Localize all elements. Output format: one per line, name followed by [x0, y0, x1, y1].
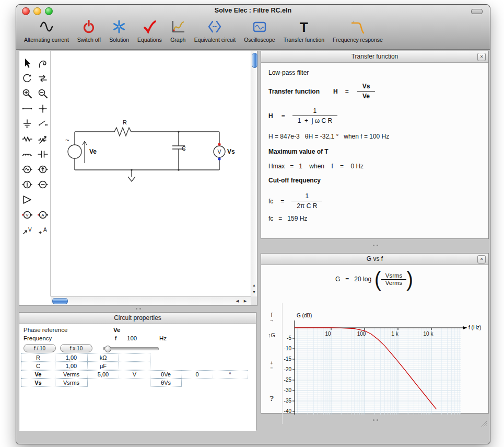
h-value-text: H = 847e-3 θH = -32,1 ° when f = 100 Hz [268, 133, 481, 140]
vertical-scroll-thumb[interactable] [252, 53, 257, 68]
frequency-value[interactable]: 100 [127, 335, 137, 341]
node-tool[interactable] [35, 101, 51, 116]
table-cell[interactable]: 0 [181, 370, 213, 379]
g-vs-f-header[interactable]: G vs f ✕ [261, 254, 488, 265]
table-cell[interactable] [119, 353, 150, 362]
voltage-label-tool[interactable]: V [19, 222, 35, 237]
table-cell[interactable]: C [21, 362, 55, 370]
voltage-source-tool[interactable] [19, 177, 35, 192]
vertical-scrollbar[interactable]: ▲ ▼ [251, 51, 257, 296]
toolbar-item-frequency-response[interactable]: Frequency response [330, 17, 385, 43]
input-voltage-label[interactable]: Ve [89, 148, 97, 155]
resistor-label[interactable]: R [123, 119, 127, 125]
window-resize-grip[interactable] [480, 420, 487, 429]
table-cell[interactable]: kΩ [87, 353, 119, 362]
phase-reference-value[interactable]: Ve [113, 327, 120, 333]
switch-tool[interactable] [35, 116, 51, 131]
toolbar-item-equivalent-circuit[interactable]: Equivalent circuit [192, 17, 238, 43]
zoom-out-tool[interactable] [35, 86, 51, 101]
table-cell[interactable]: ° [213, 370, 248, 379]
table-cell[interactable]: θVe [150, 370, 182, 379]
frequency-label: Frequency [24, 335, 52, 341]
fit-vertical-button[interactable]: ↑G [261, 333, 282, 338]
pointer-tool[interactable] [19, 55, 35, 71]
graph-options-button[interactable]: + = [261, 360, 282, 370]
toolbar-item-graph[interactable]: Graph [168, 17, 189, 43]
frequency-slider-thumb[interactable] [104, 346, 111, 352]
toolbar-item-oscilloscope[interactable]: Oscilloscope [241, 17, 278, 43]
fit-horizontal-button[interactable]: f → [261, 312, 282, 322]
frequency-mul10-button[interactable]: f x 10 [60, 344, 92, 352]
capacitor-tool[interactable] [35, 146, 51, 162]
frequency-symbol: f [115, 335, 116, 341]
toolbar-item-transfer-function[interactable]: T Transfer function [281, 17, 327, 43]
table-cell[interactable]: Vs [21, 379, 55, 387]
fraction-denominator: Ve [357, 91, 375, 100]
table-cell[interactable]: R [21, 353, 55, 362]
table-cell[interactable]: 1,00 [55, 353, 88, 362]
power-icon [81, 17, 97, 36]
toolbar-item-switch-off[interactable]: Switch off [75, 17, 103, 43]
wire-tool[interactable] [19, 101, 35, 116]
rotate-tool[interactable] [19, 71, 35, 86]
voltmeter-negative-terminal[interactable] [218, 157, 220, 160]
splitter-handle[interactable] [373, 245, 378, 246]
panel-title: G vs f [367, 255, 383, 262]
probe-tool[interactable] [35, 55, 51, 71]
frequency-div10-button[interactable]: f / 10 [24, 344, 56, 352]
scroll-down-arrow[interactable]: ▼ [251, 289, 257, 295]
svg-text:100: 100 [357, 331, 366, 337]
table-cell[interactable]: Verms [55, 370, 88, 379]
toolbar-item-alternating-current[interactable]: Alternating current [21, 17, 72, 43]
output-voltage-label[interactable]: Vs [227, 148, 235, 155]
horizontal-scrollbar[interactable]: ◀ ▶ [51, 296, 251, 305]
table-cell[interactable]: V [119, 370, 150, 379]
help-button[interactable]: ? [261, 396, 282, 402]
table-cell[interactable]: 1,00 [55, 362, 88, 370]
circuit-canvas[interactable]: ~ R C Ve Vs V [51, 51, 251, 296]
table-cell[interactable]: 5,00 [87, 370, 119, 379]
amplifier-tool[interactable] [19, 192, 35, 207]
ac-source-tool[interactable] [19, 162, 35, 177]
toolbar-label: Transfer function [284, 37, 324, 43]
close-panel-button[interactable]: ✕ [477, 255, 486, 263]
junction-dot [178, 131, 180, 133]
capacitor-label[interactable]: C [182, 145, 186, 152]
inductor-tool[interactable] [19, 146, 35, 162]
splitter-handle[interactable] [373, 419, 378, 421]
voltmeter-positive-terminal[interactable] [218, 143, 220, 145]
current-source-tool[interactable] [35, 162, 51, 177]
current-label-tool[interactable]: A [35, 222, 51, 237]
rheostat-tool[interactable] [35, 131, 51, 146]
circuit-properties-header[interactable]: Circuit properties [19, 313, 256, 324]
scroll-left-arrow[interactable]: ◀ [233, 297, 241, 304]
zoom-in-tool[interactable] [19, 86, 35, 101]
titlebar[interactable]: Solve Elec : Filtre RC.eln [16, 5, 490, 16]
frequency-slider[interactable] [103, 347, 159, 350]
table-cell[interactable] [119, 362, 150, 370]
toolbar-item-equations[interactable]: Equations [135, 17, 165, 43]
voltmeter-tool[interactable]: V [19, 207, 35, 222]
toolbar-toggle-button[interactable] [471, 9, 483, 14]
ammeter-tool[interactable]: A [35, 207, 51, 222]
scroll-right-arrow[interactable]: ▶ [241, 297, 249, 304]
close-panel-button[interactable]: ✕ [477, 53, 486, 61]
horizontal-scroll-thumb[interactable] [52, 298, 68, 304]
splitter-handle[interactable] [136, 308, 141, 310]
table-cell[interactable]: µF [87, 362, 119, 370]
transfer-function-header[interactable]: Transfer function ✕ [261, 51, 488, 63]
table-cell[interactable]: θVs [150, 379, 182, 387]
flip-tool[interactable] [35, 71, 51, 86]
ground-tool[interactable] [19, 116, 35, 131]
toolbar-item-solution[interactable]: Solution [107, 17, 132, 43]
scroll-up-arrow[interactable]: ▲ [251, 282, 257, 289]
window-header: Solve Elec : Filtre RC.eln Alternating c… [16, 5, 490, 50]
equals-sign: = [282, 112, 285, 120]
resistor-tool[interactable] [19, 131, 35, 146]
svg-text:V: V [28, 227, 32, 233]
h-symbol: H [268, 112, 273, 120]
table-cell[interactable]: Ve [21, 370, 55, 379]
table-cell[interactable]: Vsrms [55, 379, 88, 387]
transfer-function-label: Transfer function [268, 88, 320, 95]
controlled-source-tool[interactable] [35, 177, 51, 192]
